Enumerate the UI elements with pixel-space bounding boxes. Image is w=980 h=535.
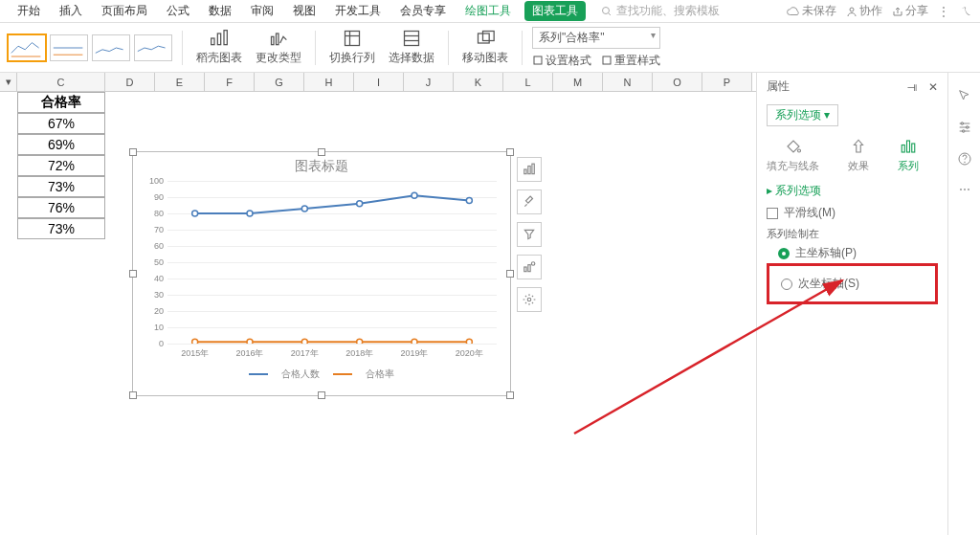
chart-legend[interactable]: 合格人数 合格率: [133, 368, 510, 381]
menu-vip[interactable]: 会员专享: [390, 3, 456, 19]
col-hdr-H[interactable]: H: [304, 73, 354, 91]
menu-review[interactable]: 审阅: [241, 3, 283, 19]
svg-point-0: [603, 7, 610, 13]
cell[interactable]: 73%: [17, 176, 105, 197]
resize-handle[interactable]: [506, 270, 514, 278]
tab-series[interactable]: 系列: [898, 138, 919, 173]
menu-start[interactable]: 开始: [8, 3, 50, 19]
col-hdr-I[interactable]: I: [354, 73, 404, 91]
svg-rect-15: [479, 33, 490, 43]
resize-handle[interactable]: [506, 391, 514, 399]
templates-button[interactable]: 稻壳图表: [192, 29, 246, 66]
col-hdr-G[interactable]: G: [255, 73, 304, 91]
chart-filter-button[interactable]: [517, 222, 542, 247]
spreadsheet-grid[interactable]: ▾ C D E F G H I J K L M N O P 合格率 67% 69…: [0, 73, 756, 535]
checkbox-icon: [767, 208, 778, 219]
effects-icon: [849, 138, 868, 155]
cell[interactable]: 76%: [17, 197, 105, 218]
resize-handle[interactable]: [318, 391, 325, 399]
more-icon[interactable]: ⋮: [938, 5, 951, 18]
menu-data[interactable]: 数据: [199, 3, 241, 19]
props-tab-select[interactable]: 系列选项 ▾: [767, 104, 838, 126]
smooth-line-checkbox[interactable]: 平滑线(M): [767, 205, 938, 221]
secondary-axis-radio[interactable]: 次坐标轴(S): [781, 276, 931, 292]
move-chart-button[interactable]: 移动图表: [458, 29, 512, 66]
svg-point-19: [192, 211, 198, 216]
section-series-options[interactable]: ▸ 系列选项: [767, 183, 938, 199]
share-button[interactable]: 分享: [892, 3, 928, 19]
cursor-tool-icon[interactable]: [957, 88, 972, 106]
svg-point-20: [247, 211, 253, 216]
settings-tool-icon[interactable]: [957, 120, 972, 138]
svg-marker-39: [855, 140, 863, 152]
legend-swatch-1: [249, 373, 268, 375]
chart-styles-button[interactable]: [517, 189, 542, 214]
close-icon[interactable]: ✕: [928, 80, 938, 94]
more-tool-icon[interactable]: ⋯: [959, 183, 970, 196]
reset-style-button[interactable]: 重置样式: [601, 53, 660, 69]
unsaved-indicator: 未保存: [787, 3, 836, 19]
collapse-ribbon-icon[interactable]: ㄟ: [961, 3, 972, 19]
brush-icon: [523, 195, 536, 209]
chart-more-button[interactable]: [517, 287, 542, 312]
tab-fill[interactable]: 填充与线条: [767, 138, 819, 173]
help-tool-icon[interactable]: [957, 151, 972, 169]
chart-style-4[interactable]: [134, 34, 172, 61]
svg-rect-33: [532, 164, 534, 174]
svg-point-23: [412, 192, 417, 198]
select-data-button[interactable]: 选择数据: [385, 29, 438, 66]
cell[interactable]: 69%: [17, 134, 105, 155]
svg-rect-31: [524, 169, 526, 174]
menu-layout[interactable]: 页面布局: [92, 3, 157, 19]
col-hdr-C[interactable]: C: [17, 73, 105, 91]
chart-title[interactable]: 图表标题: [133, 152, 510, 181]
chart-style-1[interactable]: [8, 34, 46, 61]
chart-settings-button[interactable]: [517, 255, 542, 279]
cell[interactable]: 73%: [17, 218, 105, 239]
menu-chart-tools[interactable]: 图表工具: [524, 1, 586, 21]
cell-header[interactable]: 合格率: [17, 92, 105, 113]
menu-draw-tools[interactable]: 绘图工具: [456, 3, 521, 19]
menu-formula[interactable]: 公式: [157, 3, 199, 19]
menu-dev[interactable]: 开发工具: [325, 3, 390, 19]
col-hdr-N[interactable]: N: [603, 73, 653, 91]
selected-range[interactable]: 合格率 67% 69% 72% 73% 76% 73%: [17, 92, 105, 239]
collab-button[interactable]: 协作: [846, 3, 882, 19]
menu-view[interactable]: 视图: [283, 3, 325, 19]
cell[interactable]: 72%: [17, 155, 105, 176]
chart-style-2[interactable]: [50, 34, 88, 61]
col-hdr-L[interactable]: L: [503, 73, 553, 91]
change-type-button[interactable]: 更改类型: [252, 29, 305, 66]
col-hdr-J[interactable]: J: [404, 73, 454, 91]
resize-handle[interactable]: [129, 148, 137, 156]
col-hdr-P[interactable]: P: [702, 73, 752, 91]
col-hdr-D[interactable]: D: [105, 73, 155, 91]
switch-rowcol-button[interactable]: 切换行列: [325, 29, 379, 66]
col-dropdown[interactable]: ▾: [0, 73, 17, 91]
chart-style-gallery[interactable]: [8, 34, 172, 61]
series-select[interactable]: 系列"合格率": [532, 27, 660, 49]
search-box[interactable]: 查找功能、搜索模板: [601, 3, 720, 19]
resize-handle[interactable]: [506, 148, 514, 156]
resize-handle[interactable]: [129, 391, 137, 399]
embedded-chart[interactable]: 图表标题 0102030405060708090100 2015年2016年20…: [132, 151, 511, 396]
svg-rect-35: [528, 265, 530, 272]
chart-plot-area[interactable]: 0102030405060708090100: [167, 181, 497, 344]
col-hdr-E[interactable]: E: [155, 73, 205, 91]
chart-elements-button[interactable]: [517, 157, 542, 182]
svg-rect-42: [912, 144, 915, 152]
menu-insert[interactable]: 插入: [50, 3, 92, 19]
col-hdr-O[interactable]: O: [653, 73, 702, 91]
resize-handle[interactable]: [129, 270, 137, 278]
cloud-icon: [787, 7, 800, 16]
col-hdr-F[interactable]: F: [205, 73, 255, 91]
col-hdr-K[interactable]: K: [454, 73, 503, 91]
chart-style-3[interactable]: [92, 34, 130, 61]
resize-handle[interactable]: [318, 148, 325, 156]
set-format-button[interactable]: 设置格式: [532, 53, 591, 69]
cell[interactable]: 67%: [17, 113, 105, 134]
tab-effects[interactable]: 效果: [848, 138, 869, 173]
col-hdr-M[interactable]: M: [553, 73, 603, 91]
pin-icon[interactable]: ⫣: [906, 80, 918, 94]
primary-axis-radio[interactable]: 主坐标轴(P): [778, 245, 938, 261]
